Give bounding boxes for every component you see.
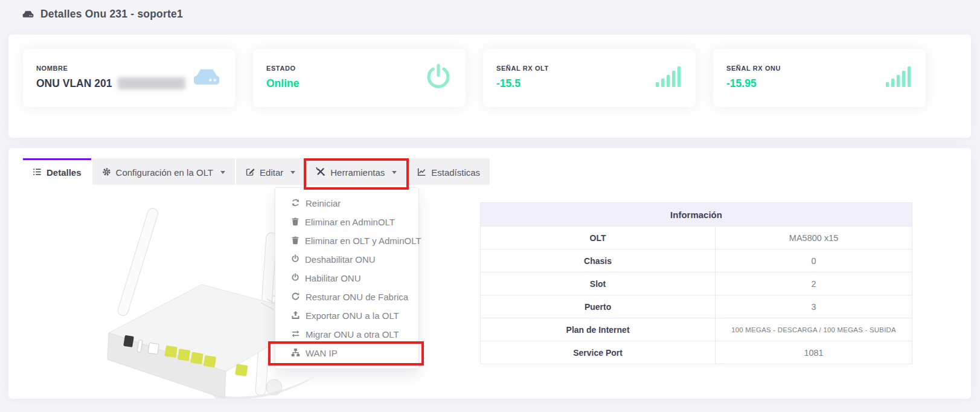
chevron-down-icon <box>290 171 295 174</box>
network-icon <box>291 348 300 359</box>
menu-item-label: Exportar ONU a la OLT <box>306 311 399 321</box>
row-label: Service Port <box>481 341 716 364</box>
signal-bars-icon <box>656 65 682 91</box>
tab-estadisticas[interactable]: Estadísticas <box>408 158 490 185</box>
trash-icon <box>291 236 299 246</box>
row-label: Chasis <box>481 249 716 272</box>
card-senal-rx-olt: SEÑAL RX OLT -15.5 <box>483 49 696 107</box>
menu-item-wan-ip[interactable]: WAN IP <box>275 344 418 362</box>
tab-herramientas[interactable]: Herramientas <box>306 158 406 185</box>
table-row: OLT MA5800 x15 <box>481 226 912 249</box>
row-label: OLT <box>481 227 716 249</box>
trash-icon <box>291 217 299 228</box>
menu-item-reiniciar[interactable]: Reiniciar <box>275 194 418 213</box>
page-title: Detalles Onu 231 - soporte1 <box>22 0 183 28</box>
menu-item-restaurar-fabrica[interactable]: Resturar ONU de Fabrica <box>275 288 418 306</box>
row-value: 2 <box>716 272 912 295</box>
menu-item-label: Eliminar en OLT y AdminOLT <box>305 236 421 246</box>
gear-icon <box>102 167 111 178</box>
row-value: MA5800 x15 <box>716 227 912 249</box>
info-table: Información OLT MA5800 x15 Chasis 0 Slot… <box>480 202 912 364</box>
menu-item-exportar-onu[interactable]: Exportar ONU a la OLT <box>275 306 418 325</box>
hdd-icon <box>22 9 34 19</box>
card-value: -15.5 <box>496 77 682 90</box>
herramientas-dropdown: Reiniciar Eliminar en AdminOLT Eliminar … <box>275 187 419 369</box>
list-icon <box>33 167 42 178</box>
stat-cards: NOMBRE ONU VLAN 201 ESTADO Online SEÑAL … <box>23 49 926 107</box>
menu-item-label: Eliminar en AdminOLT <box>305 217 395 227</box>
details-panel: Detalles Configuración en la OLT Editar <box>8 148 971 399</box>
card-value: -15.95 <box>726 77 912 90</box>
power-icon <box>291 273 299 283</box>
tab-detalles[interactable]: Detalles <box>23 158 91 185</box>
refresh-icon <box>291 198 300 209</box>
tab-label: Configuración en la OLT <box>116 167 213 178</box>
row-label: Puerto <box>481 295 716 318</box>
card-senal-rx-onu: SEÑAL RX ONU -15.95 <box>713 49 926 107</box>
redo-icon <box>291 292 300 303</box>
upload-icon <box>291 311 300 321</box>
stats-panel: NOMBRE ONU VLAN 201 ESTADO Online SEÑAL … <box>8 34 971 138</box>
tab-editar[interactable]: Editar <box>236 158 305 185</box>
redacted-text <box>118 77 185 89</box>
menu-item-habilitar-onu[interactable]: Habilitar ONU <box>275 269 418 288</box>
row-value: 3 <box>716 295 912 318</box>
tab-label: Herramientas <box>330 167 385 178</box>
tab-label: Editar <box>260 167 283 178</box>
tab-label: Detalles <box>46 167 82 178</box>
chevron-down-icon <box>392 171 397 174</box>
row-label: Slot <box>481 272 716 295</box>
table-row: Puerto 3 <box>481 295 912 318</box>
chart-line-icon <box>417 167 426 178</box>
row-value: 1081 <box>716 341 912 364</box>
info-table-header: Información <box>481 203 912 226</box>
card-estado: ESTADO Online <box>253 49 466 107</box>
row-value: 100 MEGAS - DESCARGA / 100 MEGAS - SUBID… <box>716 318 912 341</box>
table-row: Service Port 1081 <box>481 341 912 364</box>
menu-item-deshabilitar-onu[interactable]: Deshabilitar ONU <box>275 250 418 269</box>
tab-bar: Detalles Configuración en la OLT Editar <box>23 158 491 185</box>
power-icon <box>424 63 452 93</box>
card-label: SEÑAL RX OLT <box>496 65 682 72</box>
menu-item-label: WAN IP <box>306 348 338 358</box>
page-title-text: Detalles Onu 231 - soporte1 <box>40 8 183 21</box>
menu-item-label: Resturar ONU de Fabrica <box>306 292 408 302</box>
row-value: 0 <box>716 249 912 272</box>
chevron-down-icon <box>220 171 225 174</box>
exchange-icon <box>291 329 300 340</box>
tools-icon <box>316 167 325 178</box>
table-row: Chasis 0 <box>481 249 912 272</box>
menu-item-label: Deshabilitar ONU <box>305 254 376 265</box>
topbar: Detalles Onu 231 - soporte1 <box>0 0 980 28</box>
card-label: SEÑAL RX ONU <box>726 65 912 72</box>
page: Detalles Onu 231 - soporte1 NOMBRE ONU V… <box>0 0 980 412</box>
tab-label: Estadísticas <box>431 167 480 178</box>
hdd-icon <box>191 65 222 91</box>
tab-configuracion-olt[interactable]: Configuración en la OLT <box>92 158 235 185</box>
signal-bars-icon <box>886 65 912 91</box>
menu-item-label: Habilitar ONU <box>305 273 361 283</box>
menu-item-eliminar-olt-adminolt[interactable]: Eliminar en OLT y AdminOLT <box>275 231 418 250</box>
menu-item-migrar-onu[interactable]: Migrar ONU a otra OLT <box>275 325 418 344</box>
table-row: Plan de Internet 100 MEGAS - DESCARGA / … <box>481 318 912 341</box>
table-row: Slot 2 <box>481 272 912 295</box>
menu-item-label: Reiniciar <box>306 198 341 208</box>
edit-icon <box>246 167 255 178</box>
row-label: Plan de Internet <box>481 318 716 341</box>
card-nombre: NOMBRE ONU VLAN 201 <box>23 49 235 107</box>
power-icon <box>291 254 299 265</box>
menu-item-label: Migrar ONU a otra OLT <box>306 329 399 340</box>
menu-item-eliminar-adminolt[interactable]: Eliminar en AdminOLT <box>275 213 418 231</box>
